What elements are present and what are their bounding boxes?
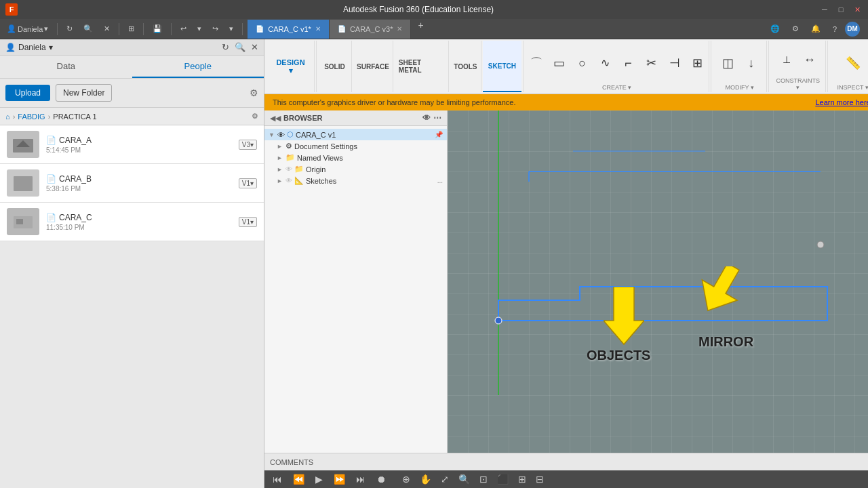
refresh-button[interactable]: ↻ <box>62 22 77 35</box>
cut-tool-button[interactable]: ✂ <box>641 56 663 70</box>
tab-people[interactable]: People <box>132 56 264 78</box>
file-version-cara-c[interactable]: V1▾ <box>239 217 257 227</box>
zoom-button[interactable]: ⤢ <box>438 472 452 486</box>
ribbon-group-surface: SURFACE <box>353 41 393 92</box>
tab-cara-c-v1[interactable]: 📄 CARA_C v1* ✕ <box>248 20 330 39</box>
view-cube-button[interactable]: ⬛ <box>494 472 511 486</box>
tab-data[interactable]: Data <box>0 56 132 78</box>
tab-label2: CARA_C v3* <box>350 25 393 33</box>
play-record-button[interactable]: ⏺ <box>374 472 389 486</box>
redo-dropdown[interactable]: ▾ <box>225 22 237 35</box>
tree-eye-sketches[interactable]: 👁 <box>285 177 292 184</box>
file-item-cara-c[interactable]: 📄 CARA_C 11:35:10 PM V1▾ <box>0 203 264 241</box>
browser-eye-icon[interactable]: 👁 <box>422 113 431 123</box>
create-group-label: CREATE ▾ <box>602 84 631 91</box>
fillet-tool-button[interactable]: ⌐ <box>618 56 639 70</box>
browser-header: ◀◀ BROWSER 👁 ⋯ <box>264 110 447 126</box>
display-settings-button[interactable]: ⊞ <box>515 472 529 486</box>
save-button[interactable]: 💾 <box>149 22 166 35</box>
pattern-button[interactable]: ⊞ <box>687 56 709 70</box>
grid-settings-button[interactable]: ⊟ <box>533 472 547 486</box>
user-button[interactable]: 👤 Daniela ▾ <box>3 22 52 35</box>
ribbon-group-inspect: 📏 INSPECT ▾ <box>829 41 868 92</box>
pan-button[interactable]: ✋ <box>417 472 434 486</box>
modify-group-label: MODIFY ▾ <box>726 84 754 91</box>
tab-close-button[interactable]: ✕ <box>315 25 321 33</box>
search-button[interactable]: 🔍 <box>79 22 97 35</box>
circle-tool-button[interactable]: ○ <box>572 56 593 70</box>
sheet-metal-tab-label[interactable]: SHEET METAL <box>399 59 444 74</box>
close-panel-button[interactable]: ✕ <box>100 22 114 35</box>
play-prev-button[interactable]: ⏪ <box>290 472 307 486</box>
spline-icon: ∿ <box>601 58 610 68</box>
file-version-cara-a[interactable]: V3▾ <box>239 140 257 150</box>
play-play-button[interactable]: ▶ <box>313 472 326 486</box>
orbit-button[interactable]: ⊕ <box>399 472 413 486</box>
file-item-cara-b[interactable]: 📄 CARA_B 5:38:16 PM V1▾ <box>0 164 264 203</box>
tools-tab-label[interactable]: TOOLS <box>454 63 477 70</box>
breadcrumb-home[interactable]: ⌂ <box>5 113 10 121</box>
file-item-cara-a[interactable]: 📄 CARA_A 5:14:45 PM V3▾ <box>0 125 264 164</box>
project-button[interactable]: ↓ <box>741 56 762 70</box>
browser-extension-button[interactable]: 🌐 <box>766 22 784 35</box>
undo-dropdown[interactable]: ▾ <box>193 22 205 35</box>
breadcrumb-settings-button[interactable]: ⚙ <box>252 112 258 121</box>
tree-eye-cara-c[interactable]: 👁 <box>277 131 285 139</box>
dimension-button[interactable]: ↔ <box>799 52 821 67</box>
sketch-svg <box>448 110 868 453</box>
tree-item-named-views[interactable]: ► 📁 Named Views <box>264 152 447 163</box>
maximize-button[interactable]: □ <box>835 5 846 14</box>
breadcrumb-fabdig[interactable]: FABDIG <box>18 113 45 121</box>
window-controls[interactable]: ─ □ ✕ <box>819 5 863 14</box>
minimize-button[interactable]: ─ <box>819 5 830 14</box>
panel-settings-button[interactable]: ⚙ <box>250 87 258 98</box>
play-next-button[interactable]: ⏩ <box>331 472 348 486</box>
design-dropdown-button[interactable]: DESIGN ▾ <box>271 57 310 77</box>
offset-button[interactable]: ◫ <box>717 56 739 70</box>
tab-cara-c-v3[interactable]: 📄 CARA_C v3* ✕ <box>330 20 412 39</box>
tree-item-cara-c-v1[interactable]: ▼ 👁 ⬡ CARA_C v1 📌 <box>264 129 447 140</box>
arc-tool-button[interactable]: ⌒ <box>526 56 547 70</box>
grid-button[interactable]: ⊞ <box>124 22 138 35</box>
tree-item-sketches[interactable]: ► 👁 📐 Sketches ... <box>264 175 447 186</box>
close-button[interactable]: ✕ <box>852 5 863 14</box>
tree-eye-origin[interactable]: 👁 <box>285 165 292 173</box>
file-icon-cara-a: 📄 <box>46 136 56 145</box>
tab-add-button[interactable]: + <box>411 20 430 39</box>
tab-close-button2[interactable]: ✕ <box>397 25 402 33</box>
fit-button[interactable]: 🔍 <box>456 472 473 486</box>
sketch-tab-active[interactable]: SKETCH <box>483 41 521 92</box>
help-button[interactable]: ? <box>829 23 841 35</box>
surface-tab-label[interactable]: SURFACE <box>357 63 389 70</box>
ribbon-sep2 <box>523 41 524 92</box>
notifications-button[interactable]: 🔔 <box>807 22 825 35</box>
solid-tab-label[interactable]: SOLID <box>324 63 345 70</box>
browser-collapse-button[interactable]: ◀◀ <box>270 114 281 123</box>
rectangle-tool-button[interactable]: ▭ <box>549 56 570 70</box>
user-menu-button[interactable]: 👤 Daniela ▾ <box>5 43 53 52</box>
spline-tool-button[interactable]: ∿ <box>595 56 616 70</box>
warning-link[interactable]: Learn more here. <box>815 98 868 106</box>
settings-button[interactable]: ⚙ <box>788 22 803 35</box>
svg-marker-12 <box>604 287 644 344</box>
ribbon-group-tools: TOOLS <box>450 41 481 92</box>
refresh-icon[interactable]: ↻ <box>222 42 229 52</box>
coincident-button[interactable]: ⊥ <box>776 54 797 66</box>
new-folder-button[interactable]: New Folder <box>56 84 112 102</box>
tree-item-origin[interactable]: ► 👁 📁 Origin <box>264 163 447 175</box>
ribbon-group-modify: ◫ ↓ MODIFY ▾ <box>713 41 767 92</box>
tree-item-doc-settings[interactable]: ► ⚙ Document Settings <box>264 140 447 152</box>
file-version-cara-b[interactable]: V1▾ <box>239 178 257 188</box>
redo-button[interactable]: ↪ <box>208 22 222 35</box>
undo-button[interactable]: ↩ <box>176 22 191 35</box>
browser-more-icon[interactable]: ⋯ <box>433 113 441 123</box>
play-end-button[interactable]: ⏭ <box>353 472 368 486</box>
search-icon[interactable]: 🔍 <box>235 42 245 52</box>
viewport[interactable]: MIRROR OBJECTS TOP MIRROR <box>448 110 868 453</box>
upload-button[interactable]: Upload <box>5 85 50 101</box>
mirror-create-button[interactable]: ⊣ <box>664 56 686 70</box>
play-start-button[interactable]: ⏮ <box>270 472 285 486</box>
measure-button[interactable]: 📏 <box>842 56 864 70</box>
close-icon[interactable]: ✕ <box>251 42 258 52</box>
zoom-fit-button[interactable]: ⊡ <box>477 472 490 486</box>
